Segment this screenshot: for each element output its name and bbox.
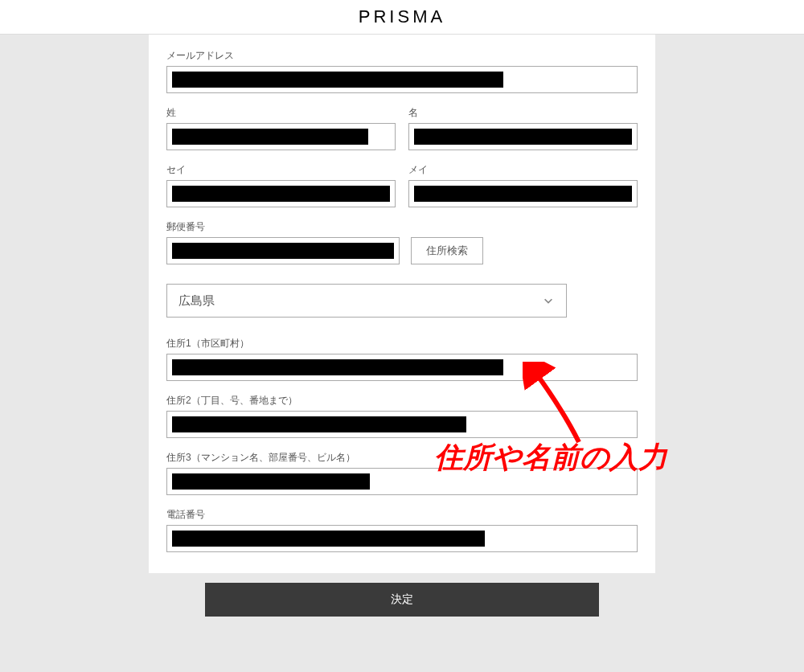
first-name-kana-input[interactable]	[408, 180, 638, 207]
brand-logo: PRISMA	[359, 6, 445, 27]
last-name-input[interactable]	[166, 123, 396, 150]
prefecture-selected-value: 広島県	[178, 293, 215, 309]
redacted-value	[172, 416, 466, 432]
last-name-kana-input[interactable]	[166, 180, 396, 207]
name-row: 姓 名	[166, 106, 638, 163]
kana-row: セイ メイ	[166, 163, 638, 220]
submit-area: 決定	[149, 583, 655, 617]
first-name-label: 名	[408, 106, 638, 120]
submit-button[interactable]: 決定	[205, 583, 599, 617]
address2-label: 住所2（丁目、号、番地まで）	[166, 394, 638, 408]
email-field-group: メールアドレス	[166, 49, 638, 93]
brand-header: PRISMA	[0, 0, 804, 35]
address2-field-group: 住所2（丁目、号、番地まで）	[166, 394, 638, 438]
last-name-label: 姓	[166, 106, 396, 120]
redacted-value	[414, 129, 632, 145]
address-search-button[interactable]: 住所検索	[411, 237, 483, 264]
redacted-value	[172, 359, 503, 375]
redacted-value	[172, 531, 485, 547]
postal-field-group: 郵便番号	[166, 220, 400, 264]
last-name-kana-label: セイ	[166, 163, 396, 177]
redacted-value	[172, 186, 390, 202]
chevron-down-icon	[542, 294, 555, 307]
first-name-kana-label: メイ	[408, 163, 638, 177]
phone-field-group: 電話番号	[166, 508, 638, 552]
email-input[interactable]	[166, 66, 638, 93]
last-name-field-group: 姓	[166, 106, 396, 150]
address2-input[interactable]	[166, 411, 638, 438]
first-name-input[interactable]	[408, 123, 638, 150]
postal-row: 郵便番号 住所検索	[166, 220, 638, 264]
redacted-value	[172, 72, 503, 88]
postal-input[interactable]	[166, 237, 400, 264]
address1-label: 住所1（市区町村）	[166, 337, 638, 350]
first-name-field-group: 名	[408, 106, 638, 150]
address1-input[interactable]	[166, 354, 638, 381]
first-name-kana-field-group: メイ	[408, 163, 638, 207]
redacted-value	[414, 186, 632, 202]
form-container: メールアドレス 姓 名 セイ メイ	[149, 35, 655, 573]
redacted-value	[172, 473, 370, 490]
address3-field-group: 住所3（マンション名、部屋番号、ビル名）	[166, 451, 638, 495]
address3-label: 住所3（マンション名、部屋番号、ビル名）	[166, 451, 638, 465]
prefecture-select[interactable]: 広島県	[166, 284, 567, 318]
redacted-value	[172, 129, 368, 145]
address3-input[interactable]	[166, 468, 638, 495]
email-label: メールアドレス	[166, 49, 638, 63]
address1-field-group: 住所1（市区町村）	[166, 337, 638, 381]
phone-label: 電話番号	[166, 508, 638, 522]
redacted-value	[172, 243, 394, 259]
phone-input[interactable]	[166, 525, 638, 552]
postal-label: 郵便番号	[166, 220, 400, 234]
last-name-kana-field-group: セイ	[166, 163, 396, 207]
